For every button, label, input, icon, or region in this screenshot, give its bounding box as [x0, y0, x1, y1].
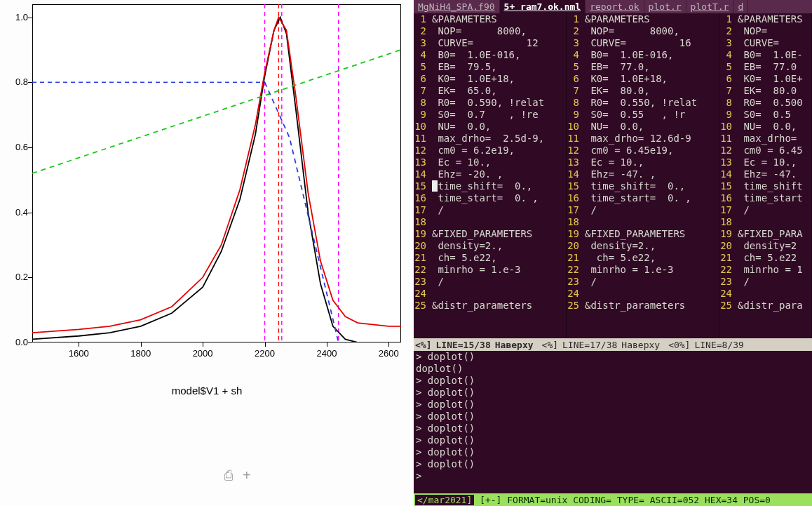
text-cursor	[432, 180, 438, 192]
status-line: LINE=15/38	[435, 339, 494, 350]
status-line: LINE=17/38	[562, 339, 621, 350]
footer-text: [+-] FORMAT=unix CODING= TYPE= ASCII=052…	[480, 495, 771, 505]
code-line: 1&PARAMETERS	[414, 13, 566, 25]
code-line: 6 K0= 1.0E+	[719, 73, 811, 85]
r-console[interactable]: > doplot() doplot()> doplot()> doplot()>…	[414, 351, 812, 493]
y-tick-label: 0.4	[7, 207, 28, 218]
x-axis-label: model$V1 + sh	[0, 385, 414, 397]
vim-footer: </mar2021] [+-] FORMAT=unix CODING= TYPE…	[414, 493, 812, 506]
editor-tabbar[interactable]: MgNiH4_SPA.f905+ ram7.ok.nmlreport.okplo…	[414, 0, 812, 13]
terminal-window: MgNiH4_SPA.f905+ ram7.ok.nmlreport.okplo…	[414, 0, 812, 506]
code-line: 12 cm0 = 6.45	[719, 145, 811, 157]
code-line: 5 EB= 77.0,	[567, 61, 719, 73]
status-pos: Наверху	[495, 339, 538, 350]
console-line: > doplot()	[416, 351, 810, 363]
code-line: 3 CURVE= 16	[567, 37, 719, 49]
editor-tab[interactable]: d	[733, 0, 748, 13]
status-pos: Наверху	[621, 339, 664, 350]
code-line: 25&distr_parameters	[567, 300, 719, 312]
x-tick-label: 1600	[69, 348, 89, 359]
code-line: 18	[719, 216, 811, 228]
status-line: LINE=8/39	[694, 339, 747, 350]
plus-icon[interactable]: +	[243, 467, 251, 484]
console-line: doplot()	[416, 363, 810, 375]
code-line: 14 Ehz= -47.	[719, 168, 811, 180]
console-line: >	[416, 470, 810, 482]
status-pct: <%]	[415, 339, 435, 350]
code-line: 23 /	[567, 276, 719, 288]
console-line: > doplot()	[416, 411, 810, 422]
code-line: 19&FIXED_PARAMETERS	[414, 228, 566, 240]
editor-tab[interactable]: 5+ ram7.ok.nml	[500, 0, 586, 13]
code-line: 3 CURVE= 12	[414, 37, 566, 49]
code-line: 15 time_shift= 0.,	[567, 180, 719, 192]
code-line: 12 cm0 = 6.45e19,	[567, 145, 719, 157]
code-line: 7 EK= 80.0,	[567, 85, 719, 97]
code-line: 1&PARAMETERS	[719, 13, 811, 25]
code-line: 2 NOP= 8000,	[567, 25, 719, 37]
editor-tab[interactable]: plotT.r	[686, 0, 734, 13]
console-line: > doplot()	[416, 387, 810, 399]
y-tick-label: 0.0	[7, 337, 28, 347]
code-line: 22 minrho = 1	[719, 264, 811, 276]
code-line: 17 /	[414, 204, 566, 216]
code-line: 20 density=2	[719, 240, 811, 252]
code-line: 21 ch= 5.e22,	[414, 252, 566, 264]
x-tick-label: 2000	[193, 348, 213, 359]
chart-svg	[32, 4, 401, 342]
code-line: 18	[414, 216, 566, 228]
code-line: 17 /	[719, 204, 811, 216]
code-line: 7 EK= 80.0	[719, 85, 811, 97]
code-line: 5 EB= 79.5,	[414, 61, 566, 73]
footer-lead: </mar2021]	[415, 495, 474, 505]
code-line: 24	[719, 288, 811, 300]
code-line: 4 B0= 1.0E-	[719, 49, 811, 61]
code-line: 16 time_start= 0. ,	[567, 192, 719, 204]
code-line: 14 Ehz= -20. ,	[414, 168, 566, 180]
code-line: 23 /	[414, 276, 566, 288]
code-line: 19&FIXED_PARAMETERS	[567, 228, 719, 240]
editor-tab[interactable]: plot.r	[644, 0, 686, 13]
code-line: 14 Ehz= -47. ,	[567, 168, 719, 180]
code-line: 11 max_drho=	[719, 133, 811, 145]
code-line: 21 ch= 5.e22,	[567, 252, 719, 264]
editor-pane[interactable]: 1&PARAMETERS2 NOP= 8000,3 CURVE= 164 B0=…	[567, 13, 719, 338]
y-tick-label: 0.2	[7, 272, 28, 282]
code-line: 19&FIXED_PARA	[719, 228, 811, 240]
plot-toolbar: ⎙ +	[224, 467, 251, 484]
code-line: 16 time_start= 0. ,	[414, 192, 566, 204]
code-line: 8 R0= 0.550, !relat	[567, 97, 719, 109]
code-line: 7 EK= 65.0,	[414, 85, 566, 97]
camera-icon[interactable]: ⎙	[224, 467, 233, 484]
code-line: 17 /	[567, 204, 719, 216]
code-line: 12 cm0 = 6.2e19,	[414, 145, 566, 157]
editor-panes: 1&PARAMETERS2 NOP= 8000,3 CURVE= 124 B0=…	[414, 13, 812, 338]
x-tick-label: 1800	[130, 348, 151, 359]
code-line: 3 CURVE=	[719, 37, 811, 49]
code-line: 20 density=2.,	[414, 240, 566, 252]
plot-window: model$V1 + sh ⎙ + 0.00.20.40.60.81.01600…	[0, 0, 414, 506]
console-line: > doplot()	[416, 399, 810, 411]
code-line: 13 Ec = 10.,	[414, 157, 566, 168]
code-line: 23 /	[719, 276, 811, 288]
code-line: 9 S0= 0.55 , !r	[567, 109, 719, 121]
editor-tab[interactable]: report.ok	[586, 0, 644, 13]
editor-pane[interactable]: 1&PARAMETERS2 NOP= 3 CURVE= 4 B0= 1.0E-5…	[719, 13, 812, 338]
y-tick-label: 1.0	[7, 12, 28, 22]
console-line: > doplot()	[416, 446, 810, 458]
code-line: 5 EB= 77.0	[719, 61, 811, 73]
console-line: > doplot()	[416, 434, 810, 446]
code-line: 4 B0= 1.0E-016,	[567, 49, 719, 61]
code-line: 15 time_shift= 0.,	[414, 180, 566, 192]
code-line: 22 minrho = 1.e-3	[567, 264, 719, 276]
code-line: 13 Ec = 10.,	[719, 157, 811, 168]
status-pct: <%]	[542, 339, 562, 350]
x-tick-label: 2200	[255, 348, 275, 359]
code-line: 18	[567, 216, 719, 228]
code-line: 11 max_drho= 2.5d-9,	[414, 133, 566, 145]
editor-tab[interactable]: MgNiH4_SPA.f90	[414, 0, 500, 13]
code-line: 16 time_start	[719, 192, 811, 204]
editor-pane[interactable]: 1&PARAMETERS2 NOP= 8000,3 CURVE= 124 B0=…	[414, 13, 567, 338]
code-line: 8 R0= 0.590, !relat	[414, 97, 566, 109]
x-tick-label: 2600	[379, 348, 399, 359]
